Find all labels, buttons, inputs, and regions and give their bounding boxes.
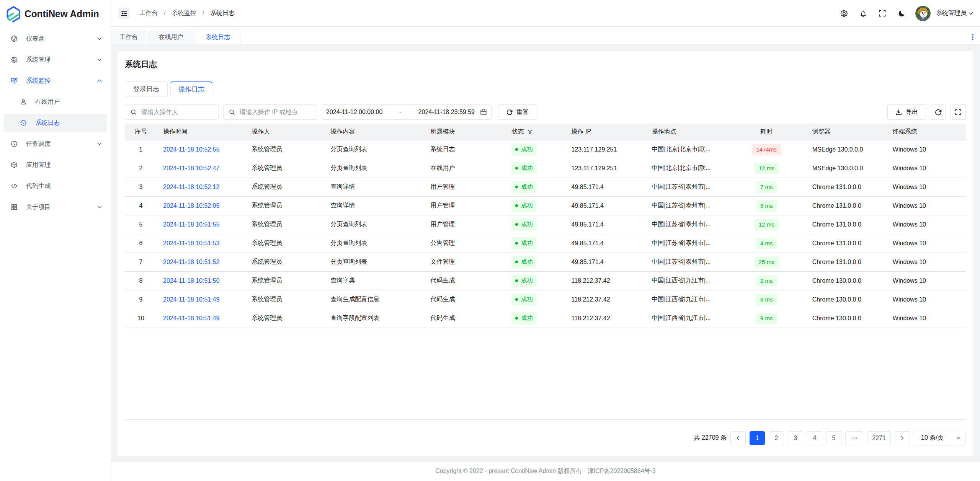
cell-time[interactable]: 2024-11-18 10:52:12	[157, 178, 245, 196]
breadcrumb-item[interactable]: 工作台	[139, 9, 158, 17]
date-start[interactable]: 2024-11-12 00:00:00	[326, 109, 382, 116]
fullscreen-table-button[interactable]	[951, 104, 966, 120]
table-row: 42024-11-18 10:52:05系统管理员查询详情用户管理成功49.85…	[125, 196, 966, 215]
table-row: 82024-11-18 10:51:50系统管理员查询字典代码生成成功118.2…	[125, 271, 966, 290]
cell-os: Windows 10	[887, 215, 966, 234]
sidebar-menu: 仪表盘 系统管理 系统监控	[0, 28, 111, 216]
tab-label: 操作日志	[178, 85, 204, 94]
gear-icon	[11, 56, 18, 63]
cell-duration: 25 ms	[727, 253, 806, 271]
refresh-table-button[interactable]	[931, 104, 946, 120]
fullscreen-icon[interactable]	[879, 10, 886, 17]
tab-operation-log[interactable]: 操作日志	[170, 82, 212, 96]
cell-time[interactable]: 2024-11-18 10:52:55	[157, 140, 245, 159]
sidebar-item-task-schedule[interactable]: 任务调度	[4, 135, 107, 153]
nav-tab-workbench[interactable]: 工作台	[111, 30, 146, 44]
cell-os: Windows 10	[887, 159, 966, 178]
tab-login-log[interactable]: 登录日志	[125, 82, 168, 96]
cell-ip: 123.117.129.251	[565, 140, 645, 159]
nav-tab-label: 在线用户	[159, 33, 183, 41]
nav-tab-system-log[interactable]: 系统日志	[196, 30, 240, 44]
dark-mode-moon-icon[interactable]	[898, 10, 905, 17]
chevron-down-icon	[968, 11, 973, 16]
export-label: 导出	[906, 108, 918, 116]
cell-time[interactable]: 2024-11-18 10:51:49	[157, 309, 245, 328]
export-button[interactable]: 导出	[887, 104, 926, 120]
cell-module: 用户管理	[424, 215, 505, 234]
cell-time[interactable]: 2024-11-18 10:51:53	[157, 234, 245, 253]
pagination-page-2271[interactable]: 2271	[867, 431, 891, 445]
page-size-select[interactable]: 10 条/页	[914, 431, 966, 445]
sidebar-item-dashboard[interactable]: 仪表盘	[4, 29, 107, 48]
cell-ip: 49.85.171.4	[565, 253, 645, 271]
cell-module: 代码生成	[424, 290, 505, 309]
cell-browser: MSEdge 130.0.0.0	[806, 159, 887, 178]
cell-content: 查询生成配置信息	[324, 290, 424, 309]
date-end[interactable]: 2024-11-18 23:59:59	[418, 109, 475, 116]
cell-location: 中国|江苏省|泰州市|...	[646, 178, 727, 196]
sidebar-item-about-project[interactable]: 关于项目	[4, 198, 107, 216]
avatar[interactable]	[915, 6, 931, 21]
ip-search-input[interactable]: 请输入操作 IP 或地点	[223, 104, 317, 120]
pagination-next-button[interactable]	[895, 431, 910, 445]
duration-badge: 2 ms	[756, 275, 777, 287]
reset-button[interactable]: 重置	[498, 104, 537, 120]
notification-bell-icon[interactable]	[859, 10, 867, 17]
cell-time[interactable]: 2024-11-18 10:51:49	[157, 290, 245, 309]
sidebar-item-online-users[interactable]: 在线用户	[4, 93, 107, 111]
cell-status: 成功	[505, 159, 565, 178]
sidebar-item-system-monitor[interactable]: 系统监控	[4, 72, 107, 90]
filter-bar: 请输入操作人 请输入操作 IP 或地点 2024-11-12 00:00:00 …	[125, 104, 966, 120]
duration-badge: 9 ms	[756, 313, 777, 324]
duration-badge: 25 ms	[754, 256, 779, 268]
sidebar-item-code-generation[interactable]: 代码生成	[4, 177, 107, 195]
sidebar-item-system-log[interactable]: 系统日志	[4, 114, 107, 132]
sidebar-item-label: 应用管理	[26, 161, 102, 169]
cell-browser: Chrome 130.0.0.0	[806, 290, 887, 309]
pagination-prev-button[interactable]	[730, 431, 746, 445]
date-range-picker[interactable]: 2024-11-12 00:00:00 - 2024-11-18 23:59:5…	[322, 104, 492, 120]
operator-search-input[interactable]: 请输入操作人	[125, 104, 219, 120]
cell-os: Windows 10	[887, 234, 966, 253]
cell-no: 4	[125, 196, 157, 215]
pagination-page-4[interactable]: 4	[807, 431, 822, 445]
sidebar-item-system-management[interactable]: 系统管理	[4, 51, 107, 69]
breadcrumb-item[interactable]: 系统监控	[172, 9, 196, 17]
avatar-image	[915, 6, 931, 21]
pagination-page-5[interactable]: 5	[826, 431, 841, 445]
sidebar: ContiNew Admin 仪表盘 系统管理	[0, 0, 111, 481]
username[interactable]: 系统管理员	[936, 9, 967, 17]
filter-funnel-icon[interactable]	[528, 129, 532, 134]
grid-icon	[11, 204, 18, 210]
cell-browser: Chrome 130.0.0.0	[806, 271, 887, 290]
status-badge: 成功	[511, 162, 536, 174]
sidebar-item-label: 任务调度	[26, 140, 97, 148]
collapse-sidebar-button[interactable]	[118, 8, 130, 19]
cell-content: 分页查询列表	[324, 159, 424, 178]
cell-time[interactable]: 2024-11-18 10:52:47	[157, 159, 245, 178]
table-row: 32024-11-18 10:52:12系统管理员查询详情用户管理成功49.85…	[125, 178, 966, 196]
cell-status: 成功	[505, 215, 565, 234]
cell-time[interactable]: 2024-11-18 10:52:05	[157, 196, 245, 215]
tab-menu-dots-icon[interactable]	[972, 34, 973, 40]
content-area: 系统日志 登录日志 操作日志 请输入操作人 请输入操作 IP 或地点	[111, 44, 980, 461]
pagination-page-2[interactable]: 2	[769, 431, 784, 445]
pagination-page-1[interactable]: 1	[750, 431, 765, 445]
cell-content: 查询详情	[324, 178, 424, 196]
nav-tab-online-users[interactable]: 在线用户	[149, 30, 193, 44]
cell-time[interactable]: 2024-11-18 10:51:52	[157, 253, 245, 271]
pagination-ellipsis[interactable]: •••	[845, 431, 863, 445]
nav-tab-label: 系统日志	[206, 33, 230, 41]
sidebar-item-app-management[interactable]: 应用管理	[4, 156, 107, 174]
pagination-page-3[interactable]: 3	[788, 431, 803, 445]
settings-gear-icon[interactable]	[840, 10, 848, 17]
cell-module: 公告管理	[424, 234, 505, 253]
status-dot-icon	[515, 204, 518, 207]
cell-time[interactable]: 2024-11-18 10:51:50	[157, 271, 245, 290]
cell-duration: 9 ms	[727, 309, 806, 328]
table-row: 102024-11-18 10:51:49系统管理员查询字段配置列表代码生成成功…	[125, 309, 966, 328]
col-header-status-label: 状态	[511, 128, 524, 136]
logo[interactable]: ContiNew Admin	[0, 0, 111, 28]
cell-time[interactable]: 2024-11-18 10:51:55	[157, 215, 245, 234]
breadcrumb-separator: /	[164, 10, 165, 17]
